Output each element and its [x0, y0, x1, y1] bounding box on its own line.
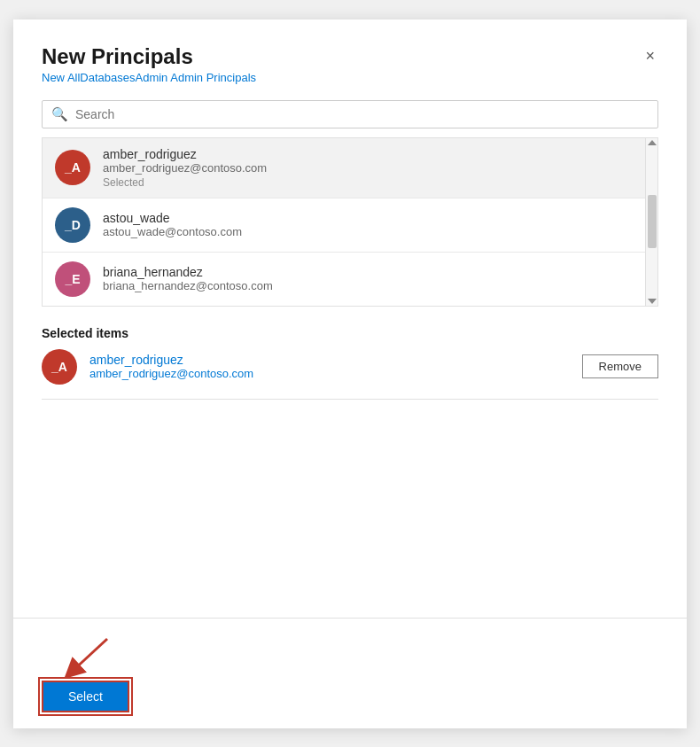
user-name: briana_hernandez [103, 265, 273, 279]
remove-button[interactable]: Remove [582, 354, 658, 378]
selected-user-email: amber_rodriguez@contoso.com [89, 367, 253, 380]
user-list-inner: _A amber_rodriguez amber_rodriguez@conto… [43, 138, 645, 306]
user-name: astou_wade [103, 211, 242, 225]
user-list: _A amber_rodriguez amber_rodriguez@conto… [42, 137, 658, 307]
selected-user-name: amber_rodriguez [89, 353, 253, 367]
scroll-up-arrow[interactable] [648, 140, 657, 145]
close-button[interactable]: × [642, 44, 658, 67]
dialog-header: New Principals New AllDatabasesAdmin Adm… [42, 44, 658, 84]
dialog-subtitle: New AllDatabasesAdmin Admin Principals [42, 71, 256, 84]
user-info: briana_hernandez briana_hernandez@contos… [103, 265, 273, 292]
selected-user-row: _A amber_rodriguez amber_rodriguez@conto… [42, 349, 658, 385]
list-item[interactable]: _A amber_rodriguez amber_rodriguez@conto… [43, 138, 645, 198]
avatar: _E [55, 261, 90, 297]
user-email: amber_rodriguez@contoso.com [103, 161, 267, 175]
scrollbar[interactable] [645, 138, 657, 306]
search-icon: 🔍 [51, 106, 68, 122]
user-info: amber_rodriguez amber_rodriguez@contoso.… [103, 147, 267, 189]
header-text: New Principals New AllDatabasesAdmin Adm… [42, 44, 256, 84]
search-box: 🔍 [42, 100, 658, 128]
arrow-container: Select [42, 634, 129, 712]
list-item[interactable]: _D astou_wade astou_wade@contoso.com [43, 198, 645, 253]
select-button[interactable]: Select [42, 681, 129, 712]
list-item[interactable]: _E briana_hernandez briana_hernandez@con… [43, 253, 645, 306]
new-principals-dialog: New Principals New AllDatabasesAdmin Adm… [13, 19, 687, 728]
selected-items-label: Selected items [42, 326, 658, 340]
user-email: briana_hernandez@contoso.com [103, 279, 273, 292]
search-input[interactable] [75, 107, 649, 121]
avatar: _A [55, 150, 90, 185]
svg-line-1 [72, 639, 107, 672]
red-arrow-icon [58, 634, 112, 679]
dialog-footer: Select [13, 618, 687, 728]
user-name: amber_rodriguez [103, 147, 267, 161]
selected-avatar: _A [42, 349, 77, 385]
scroll-thumb[interactable] [648, 195, 657, 248]
user-email: astou_wade@contoso.com [103, 225, 242, 238]
selected-user-info: _A amber_rodriguez amber_rodriguez@conto… [42, 349, 253, 385]
dialog-title: New Principals [42, 44, 256, 69]
scroll-down-arrow[interactable] [648, 299, 657, 304]
user-info: astou_wade astou_wade@contoso.com [103, 211, 242, 238]
selected-items-section: Selected items _A amber_rodriguez amber_… [42, 326, 658, 400]
avatar: _D [55, 207, 90, 243]
user-status: Selected [103, 176, 267, 189]
selected-user-details: amber_rodriguez amber_rodriguez@contoso.… [89, 353, 253, 380]
